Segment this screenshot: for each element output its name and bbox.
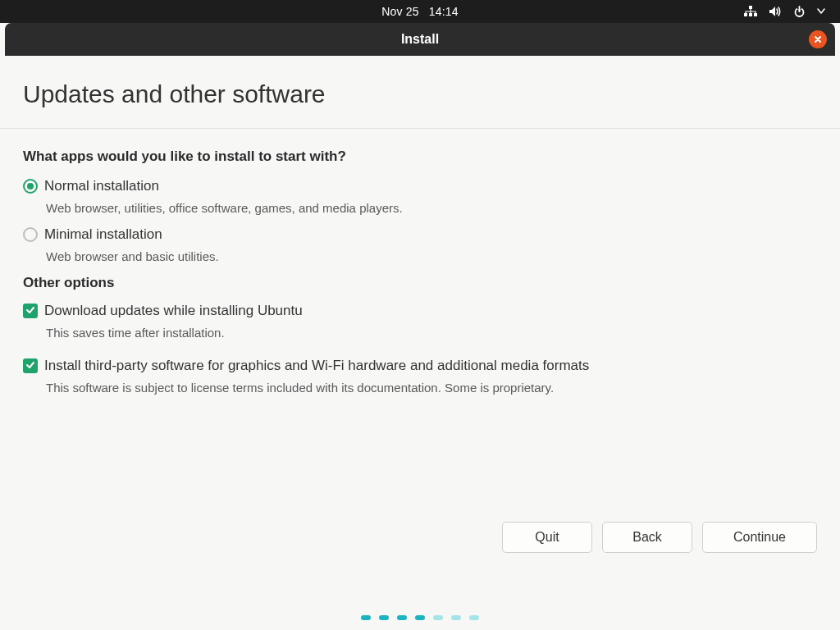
close-icon <box>813 34 823 44</box>
radio-minimal-installation[interactable] <box>23 227 38 242</box>
volume-icon[interactable] <box>769 6 782 17</box>
progress-indicator <box>361 615 479 620</box>
chevron-down-icon[interactable] <box>817 8 825 15</box>
installer-content: Updates and other software What apps wou… <box>0 56 840 395</box>
option-label: Normal installation <box>44 178 159 194</box>
option-third-party: Install third-party software for graphic… <box>23 358 817 395</box>
divider <box>0 128 840 129</box>
progress-dot <box>361 615 371 620</box>
svg-rect-3 <box>754 13 757 16</box>
option-description: Web browser, utilities, office software,… <box>46 201 817 215</box>
checkbox-row[interactable]: Download updates while installing Ubuntu <box>23 303 817 319</box>
option-description: Web browser and basic utilities. <box>46 249 817 263</box>
system-tray <box>744 0 825 23</box>
system-bar: Nov 25 14:14 <box>0 0 840 23</box>
progress-dot <box>397 615 407 620</box>
option-label: Minimal installation <box>44 226 162 243</box>
progress-dot <box>415 615 425 620</box>
clock-date: Nov 25 <box>381 5 419 18</box>
progress-dot <box>469 615 479 620</box>
option-label: Install third-party software for graphic… <box>44 358 589 374</box>
progress-dot <box>451 615 461 620</box>
other-options-heading: Other options <box>23 275 817 291</box>
option-description: This saves time after installation. <box>46 326 817 340</box>
checkbox-third-party[interactable] <box>23 358 38 373</box>
continue-button[interactable]: Continue <box>702 522 817 553</box>
power-icon[interactable] <box>793 6 806 18</box>
svg-rect-0 <box>749 6 752 9</box>
option-label: Download updates while installing Ubuntu <box>44 303 303 319</box>
close-button[interactable] <box>809 30 827 48</box>
svg-rect-2 <box>749 13 752 16</box>
option-minimal-installation: Minimal installation Web browser and bas… <box>23 226 817 263</box>
option-description: This software is subject to license term… <box>46 381 817 395</box>
svg-rect-1 <box>744 13 747 16</box>
radio-row[interactable]: Normal installation <box>23 178 817 194</box>
back-button[interactable]: Back <box>602 522 692 553</box>
progress-dot <box>379 615 389 620</box>
window-titlebar: Install <box>5 23 835 56</box>
footer-buttons: Quit Back Continue <box>502 522 817 553</box>
quit-button[interactable]: Quit <box>502 522 592 553</box>
checkbox-row[interactable]: Install third-party software for graphic… <box>23 358 817 374</box>
progress-dot <box>433 615 443 620</box>
clock[interactable]: Nov 25 14:14 <box>381 5 459 18</box>
checkbox-download-updates[interactable] <box>23 304 38 318</box>
page-title: Updates and other software <box>23 80 817 108</box>
radio-row[interactable]: Minimal installation <box>23 226 817 243</box>
option-download-updates: Download updates while installing Ubuntu… <box>23 303 817 340</box>
option-normal-installation: Normal installation Web browser, utiliti… <box>23 178 817 215</box>
clock-time: 14:14 <box>429 5 459 18</box>
install-apps-question: What apps would you like to install to s… <box>23 148 817 165</box>
window-title: Install <box>401 32 439 47</box>
network-icon[interactable] <box>744 6 757 17</box>
radio-normal-installation[interactable] <box>23 179 38 194</box>
